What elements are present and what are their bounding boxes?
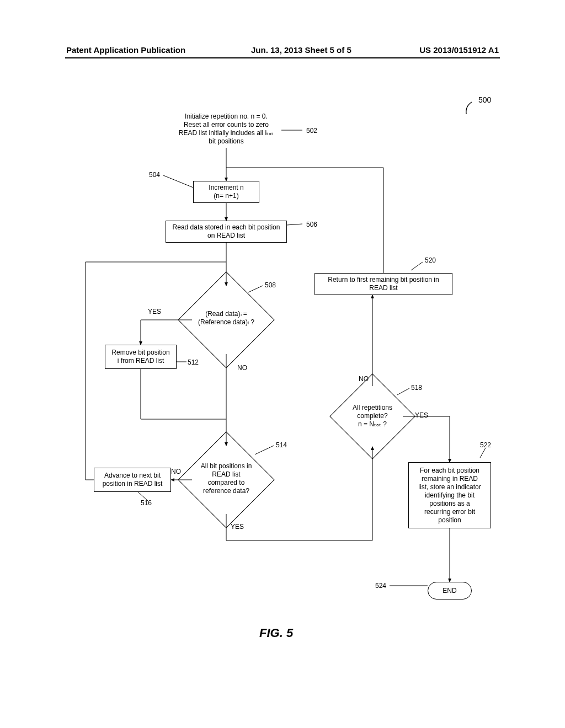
refnum-514: 514 <box>276 441 287 449</box>
flowchart: 500 Initialize repetition no. n = 0. Res… <box>0 0 565 728</box>
block-remove: Remove bit position i from READ list <box>105 345 177 369</box>
block-store: For each bit position remaining in READ … <box>408 462 491 528</box>
branch-518-yes: YES <box>415 411 428 419</box>
branch-518-no: NO <box>359 375 369 383</box>
refnum-502: 502 <box>306 127 317 135</box>
svg-line-18 <box>480 448 486 458</box>
refnum-506: 506 <box>306 221 317 228</box>
branch-514-yes-lbl: YES <box>231 523 244 531</box>
decision-allrep <box>329 373 415 459</box>
block-advance: Advance to next bit position in READ lis… <box>94 468 171 492</box>
refnum-512: 512 <box>188 358 199 366</box>
svg-line-17 <box>411 262 423 270</box>
refnum-518: 518 <box>411 384 422 392</box>
refnum-508: 508 <box>265 281 276 289</box>
svg-line-16 <box>397 388 409 395</box>
refnum-516: 516 <box>141 499 152 507</box>
branch-508-yes: YES <box>148 308 161 315</box>
block-read: Read data stored in each bit position on… <box>166 221 287 243</box>
terminator-end: END <box>428 582 472 599</box>
branch-514-no: NO <box>171 468 181 475</box>
block-increment: Increment n (n= n+1) <box>193 181 259 203</box>
block-init: Initialize repetition no. n = 0. Reset a… <box>171 113 281 146</box>
svg-line-10 <box>163 175 193 188</box>
decision-allbits <box>178 431 274 528</box>
connectors <box>0 0 565 728</box>
svg-line-12 <box>248 286 263 292</box>
svg-line-11 <box>287 224 302 225</box>
refnum-500: 500 <box>478 95 491 104</box>
refnum-504: 504 <box>149 171 160 179</box>
svg-line-14 <box>255 446 274 454</box>
branch-508-no: NO <box>237 364 247 372</box>
refnum-524: 524 <box>375 582 386 590</box>
refnum-520: 520 <box>425 256 436 264</box>
figure-caption: FIG. 5 <box>259 626 293 640</box>
block-return: Return to first remaining bit position i… <box>315 273 452 295</box>
decision-compare <box>178 271 274 368</box>
refnum-522: 522 <box>480 441 491 449</box>
